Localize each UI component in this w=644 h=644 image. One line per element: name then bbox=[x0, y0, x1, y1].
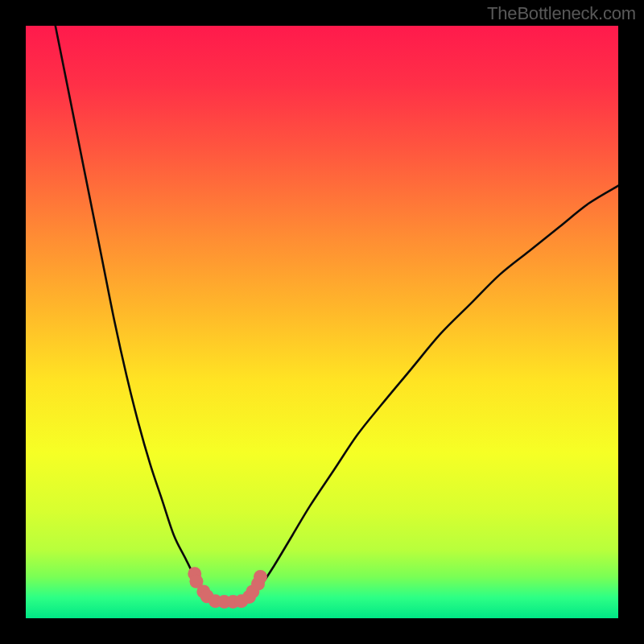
chart-svg bbox=[26, 26, 618, 618]
plot-area bbox=[26, 26, 618, 618]
attribution-text: TheBottleneck.com bbox=[487, 3, 636, 24]
chart-frame: TheBottleneck.com bbox=[0, 0, 644, 644]
data-dot bbox=[254, 570, 267, 584]
